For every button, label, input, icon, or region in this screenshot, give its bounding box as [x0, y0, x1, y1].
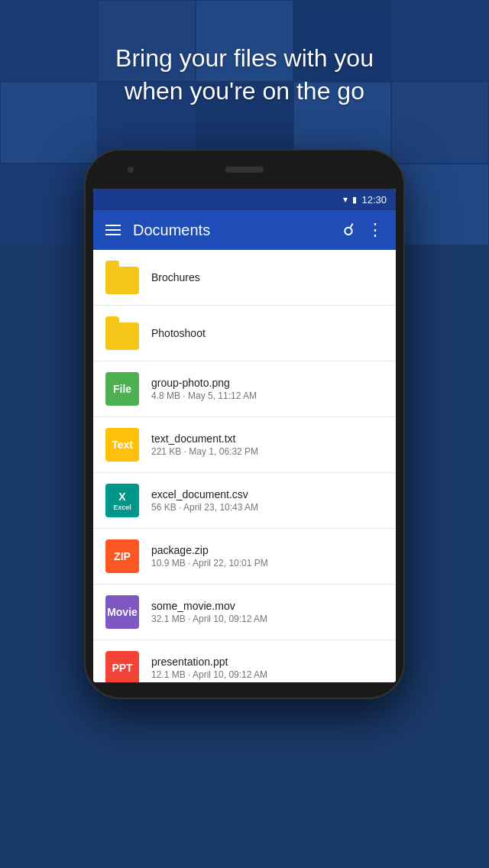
list-item[interactable]: X Excel excel_document.csv 56 KB · April… — [93, 473, 396, 529]
file-info: package.zip 10.9 MB · April 22, 10:01 PM — [151, 544, 384, 568]
status-time: 12:30 — [361, 194, 387, 206]
folder-icon — [105, 261, 139, 294]
phone-camera — [128, 167, 134, 173]
phone-frame: ▾ ▮ 12:30 Documents ☌ ⋮ — [84, 149, 405, 699]
file-info: presentation.ppt 12.1 MB · April 10, 09:… — [151, 656, 384, 680]
file-type-icon: Text — [105, 428, 139, 462]
list-item[interactable]: Brochures — [93, 250, 396, 306]
hero-text: Bring your files with you when you're on… — [0, 42, 489, 108]
file-meta: 4.8 MB · May 5, 11:12 AM — [151, 390, 384, 401]
hamburger-menu-icon[interactable] — [105, 225, 121, 235]
list-item[interactable]: PPT presentation.ppt 12.1 MB · April 10,… — [93, 640, 396, 682]
file-info: Brochures — [151, 271, 384, 283]
file-meta: 56 KB · April 23, 10:43 AM — [151, 502, 384, 513]
file-name: Brochures — [151, 271, 384, 283]
file-meta: 221 KB · May 1, 06:32 PM — [151, 446, 384, 457]
search-icon[interactable]: ☌ — [343, 220, 355, 240]
file-name: presentation.ppt — [151, 656, 384, 668]
file-name: package.zip — [151, 544, 384, 556]
list-item[interactable]: ZIP package.zip 10.9 MB · April 22, 10:0… — [93, 529, 396, 585]
phone-speaker — [225, 167, 264, 173]
app-bar: Documents ☌ ⋮ — [93, 210, 396, 250]
file-name: some_movie.mov — [151, 600, 384, 612]
file-list: Brochures Photoshoot File group-photo.pn… — [93, 250, 396, 682]
file-meta: 32.1 MB · April 10, 09:12 AM — [151, 614, 384, 624]
list-item[interactable]: Photoshoot — [93, 306, 396, 361]
file-type-icon: Movie — [105, 595, 139, 629]
file-info: group-photo.png 4.8 MB · May 5, 11:12 AM — [151, 377, 384, 401]
file-name: Photoshoot — [151, 327, 384, 339]
battery-icon: ▮ — [352, 195, 357, 205]
file-meta: 10.9 MB · April 22, 10:01 PM — [151, 558, 384, 568]
file-type-icon: File — [105, 372, 139, 406]
file-info: excel_document.csv 56 KB · April 23, 10:… — [151, 488, 384, 513]
overflow-menu-icon[interactable]: ⋮ — [367, 220, 384, 240]
folder-icon — [105, 316, 139, 350]
file-name: group-photo.png — [151, 377, 384, 389]
file-name: excel_document.csv — [151, 488, 384, 500]
hero-line1: Bring your files with you — [115, 44, 374, 72]
list-item[interactable]: Text text_document.txt 221 KB · May 1, 0… — [93, 417, 396, 473]
file-info: Photoshoot — [151, 327, 384, 339]
file-type-icon: X Excel — [105, 484, 139, 517]
status-bar: ▾ ▮ 12:30 — [93, 189, 396, 210]
app-bar-title: Documents — [133, 222, 331, 239]
file-name: text_document.txt — [151, 432, 384, 445]
file-type-icon: ZIP — [105, 539, 139, 573]
file-info: text_document.txt 221 KB · May 1, 06:32 … — [151, 432, 384, 457]
file-info: some_movie.mov 32.1 MB · April 10, 09:12… — [151, 600, 384, 624]
list-item[interactable]: File group-photo.png 4.8 MB · May 5, 11:… — [93, 361, 396, 417]
file-meta: 12.1 MB · April 10, 09:12 AM — [151, 669, 384, 680]
wifi-icon: ▾ — [343, 194, 348, 205]
file-type-icon: PPT — [105, 651, 139, 682]
list-item[interactable]: Movie some_movie.mov 32.1 MB · April 10,… — [93, 585, 396, 640]
hero-line2: when you're on the go — [125, 77, 364, 105]
